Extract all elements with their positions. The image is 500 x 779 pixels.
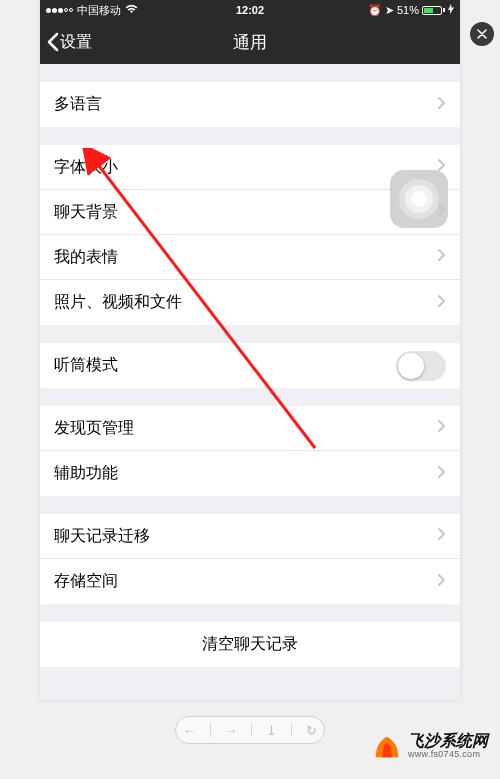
row-multilang[interactable]: 多语言	[40, 82, 460, 127]
row-discover[interactable]: 发现页管理	[40, 406, 460, 451]
row-label: 字体大小	[54, 157, 437, 178]
watermark-name: 飞沙系统网	[408, 733, 488, 750]
row-earpiece[interactable]: 听筒模式	[40, 343, 460, 388]
rotate-icon[interactable]: ↻	[306, 723, 317, 738]
watermark: 飞沙系统网 www.fs0745.com	[372, 731, 488, 761]
row-accessibility[interactable]: 辅助功能	[40, 451, 460, 496]
battery-icon	[422, 6, 445, 15]
page-title: 通用	[233, 31, 267, 54]
row-storage[interactable]: 存储空间	[40, 559, 460, 604]
row-label: 照片、视频和文件	[54, 292, 437, 313]
chevron-right-icon	[437, 96, 446, 114]
assistive-touch-button[interactable]	[390, 170, 448, 228]
settings-group: 多语言	[40, 82, 460, 127]
chevron-right-icon	[437, 294, 446, 312]
charging-icon	[448, 4, 454, 16]
settings-group: 发现页管理辅助功能	[40, 406, 460, 496]
row-label: 辅助功能	[54, 463, 437, 484]
settings-list: 多语言字体大小聊天背景我的表情照片、视频和文件听筒模式发现页管理辅助功能聊天记录…	[40, 82, 460, 667]
alarm-icon: ⏰	[368, 4, 382, 17]
row-label: 听筒模式	[54, 355, 396, 376]
row-media[interactable]: 照片、视频和文件	[40, 280, 460, 325]
carrier-label: 中国移动	[77, 3, 121, 18]
toggle-earpiece[interactable]	[396, 351, 446, 381]
back-button[interactable]: 设置	[40, 32, 92, 53]
phone-frame: 中国移动 12:02 ⏰ ➤ 51% 设置 通用 多语言字体大小聊天背景我的表情…	[40, 0, 460, 700]
row-label: 存储空间	[54, 571, 437, 592]
battery-pct: 51%	[397, 4, 419, 16]
status-left: 中国移动	[46, 3, 138, 18]
signal-icon	[46, 8, 73, 13]
close-icon	[477, 29, 487, 39]
row-label: 发现页管理	[54, 418, 437, 439]
prev-icon[interactable]: ←	[183, 723, 196, 738]
status-right: ⏰ ➤ 51%	[368, 4, 454, 17]
settings-group: 聊天记录迁移存储空间	[40, 514, 460, 604]
chevron-right-icon	[437, 573, 446, 591]
chevron-right-icon	[437, 419, 446, 437]
settings-group: 清空聊天记录	[40, 622, 460, 667]
chevron-right-icon	[437, 465, 446, 483]
settings-group: 听筒模式	[40, 343, 460, 388]
download-icon[interactable]: ⤓	[266, 723, 277, 738]
row-label: 多语言	[54, 94, 437, 115]
watermark-url: www.fs0745.com	[408, 750, 488, 759]
wifi-icon	[125, 4, 138, 16]
viewer-toolbar: ← → ⤓ ↻	[175, 716, 325, 744]
nav-header: 设置 通用	[40, 20, 460, 64]
status-bar: 中国移动 12:02 ⏰ ➤ 51%	[40, 0, 460, 20]
clock: 12:02	[236, 4, 264, 16]
chevron-left-icon	[46, 32, 60, 52]
row-migrate[interactable]: 聊天记录迁移	[40, 514, 460, 559]
back-label: 设置	[60, 32, 92, 53]
row-label: 我的表情	[54, 247, 437, 268]
watermark-icon	[372, 731, 402, 761]
row-label: 聊天背景	[54, 202, 437, 223]
chevron-right-icon	[437, 527, 446, 545]
next-icon[interactable]: →	[225, 723, 238, 738]
chevron-right-icon	[437, 248, 446, 266]
location-icon: ➤	[385, 4, 394, 17]
close-button[interactable]	[470, 22, 494, 46]
row-label: 聊天记录迁移	[54, 526, 437, 547]
row-stickers[interactable]: 我的表情	[40, 235, 460, 280]
clear-chat-button[interactable]: 清空聊天记录	[40, 622, 460, 667]
